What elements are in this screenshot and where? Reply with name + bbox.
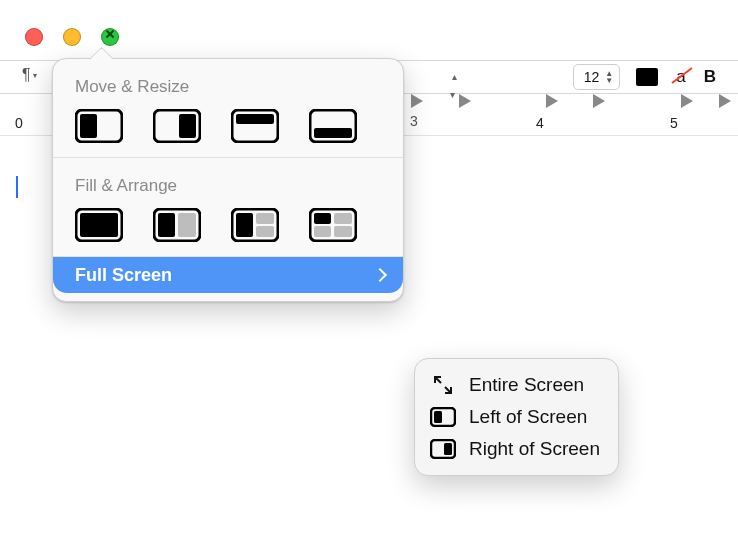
tile-top-half[interactable]: [231, 109, 279, 143]
tile-left-icon: [429, 407, 457, 427]
expand-arrows-icon: [429, 374, 457, 396]
tab-stop-marker[interactable]: [546, 94, 558, 108]
full-screen-submenu: Entire Screen Left of Screen Right of Sc…: [414, 358, 619, 476]
section-heading-fill-arrange: Fill & Arrange: [53, 158, 403, 200]
svg-rect-22: [334, 226, 352, 237]
tab-stop-marker[interactable]: [719, 94, 731, 108]
fill-left-dim[interactable]: [153, 208, 201, 242]
tile-right-half[interactable]: [153, 109, 201, 143]
text-color-swatch[interactable]: [636, 68, 658, 86]
text-cursor: [16, 176, 18, 198]
ruler-number: 0: [15, 115, 23, 131]
svg-rect-24: [434, 411, 442, 423]
chevron-right-icon: [373, 268, 387, 282]
svg-rect-21: [314, 226, 331, 237]
ruler-number: 4: [536, 115, 544, 131]
tab-stop-marker[interactable]: [411, 94, 423, 108]
minimize-window-button[interactable]: [63, 28, 81, 46]
svg-rect-26: [444, 443, 452, 455]
tab-stop-marker[interactable]: [459, 94, 471, 108]
bold-button[interactable]: B: [704, 67, 716, 87]
tab-stop-marker[interactable]: [593, 94, 605, 108]
submenu-right-of-screen[interactable]: Right of Screen: [429, 433, 600, 465]
submenu-entire-screen[interactable]: Entire Screen: [429, 369, 600, 401]
tile-right-icon: [429, 439, 457, 459]
svg-rect-12: [158, 213, 175, 237]
strike-color-button[interactable]: a: [674, 67, 687, 87]
stepper-icon: ▲▼: [605, 71, 613, 84]
submenu-left-of-screen[interactable]: Left of Screen: [429, 401, 600, 433]
move-resize-row: [53, 101, 403, 157]
window-traffic-lights: [25, 28, 119, 46]
submenu-label: Entire Screen: [469, 374, 584, 396]
svg-rect-19: [314, 213, 331, 224]
tab-stop-marker[interactable]: [681, 94, 693, 108]
fill-full[interactable]: [75, 208, 123, 242]
font-size-stepper[interactable]: 12 ▲▼: [573, 64, 621, 90]
svg-rect-6: [236, 114, 274, 124]
ruler-tick: 3: [410, 113, 418, 129]
svg-rect-4: [179, 114, 196, 138]
tile-left-half[interactable]: [75, 109, 123, 143]
fill-quarters[interactable]: [309, 208, 357, 242]
svg-rect-16: [256, 213, 274, 224]
full-screen-menu-item[interactable]: Full Screen: [53, 257, 403, 293]
chevron-down-icon: ▾: [33, 71, 37, 80]
svg-rect-17: [256, 226, 274, 237]
fill-three-up[interactable]: [231, 208, 279, 242]
fill-arrange-row: [53, 200, 403, 256]
submenu-label: Left of Screen: [469, 406, 587, 428]
font-size-value: 12: [584, 69, 600, 85]
svg-rect-10: [80, 213, 118, 237]
fullscreen-window-button[interactable]: [101, 28, 119, 46]
svg-rect-15: [236, 213, 253, 237]
svg-rect-2: [80, 114, 97, 138]
svg-rect-20: [334, 213, 352, 224]
section-heading-move-resize: Move & Resize: [53, 59, 403, 101]
tile-bottom-half[interactable]: [309, 109, 357, 143]
window-tiling-popover: Move & Resize Fill & Arrange Full Scr: [52, 58, 404, 302]
full-screen-label: Full Screen: [75, 265, 172, 286]
svg-rect-8: [314, 128, 352, 138]
close-window-button[interactable]: [25, 28, 43, 46]
submenu-label: Right of Screen: [469, 438, 600, 460]
svg-rect-13: [178, 213, 196, 237]
ruler-number: 5: [670, 115, 678, 131]
svg-line-0: [672, 68, 692, 83]
paragraph-style-button[interactable]: ¶: [22, 66, 31, 84]
